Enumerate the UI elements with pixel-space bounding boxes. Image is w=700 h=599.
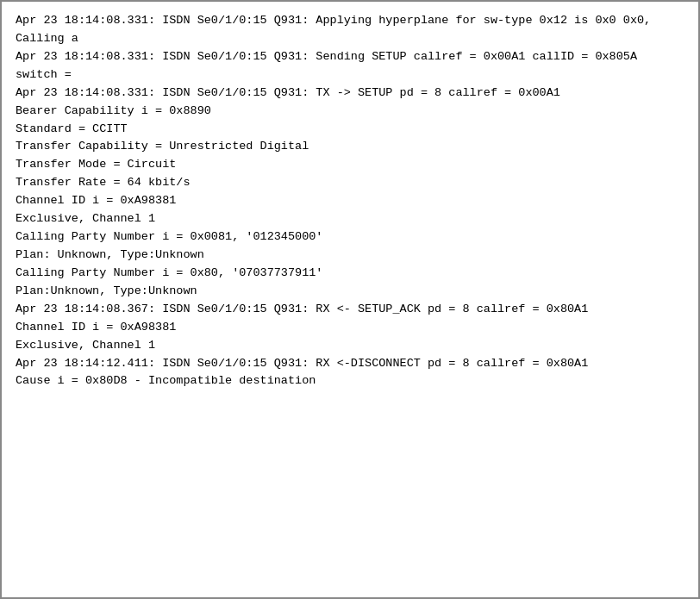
terminal-output: Apr 23 18:14:08.331: ISDN Se0/1/0:15 Q93…	[16, 12, 684, 390]
terminal-window: Apr 23 18:14:08.331: ISDN Se0/1/0:15 Q93…	[0, 0, 700, 599]
